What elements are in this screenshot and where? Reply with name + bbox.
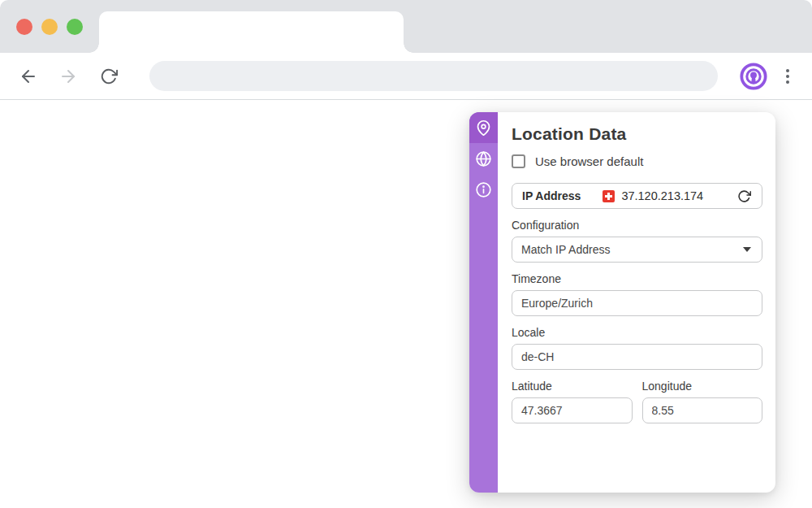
ip-address-box: IP Address 37.120.213.174: [512, 183, 762, 209]
close-window-button[interactable]: [16, 19, 32, 35]
browser-toolbar: [0, 53, 812, 100]
browser-menu-button[interactable]: [778, 67, 797, 86]
configuration-label: Configuration: [512, 219, 762, 232]
locale-label: Locale: [512, 326, 762, 339]
configuration-select[interactable]: Match IP Address: [512, 237, 762, 263]
address-bar-input[interactable]: [149, 61, 718, 91]
minimize-window-button[interactable]: [41, 19, 58, 35]
reload-icon: [100, 67, 118, 85]
use-browser-default-row: Use browser default: [512, 154, 762, 168]
popup-sidebar: [469, 112, 498, 493]
browser-tab[interactable]: [99, 11, 404, 53]
swiss-flag-icon: [603, 190, 615, 202]
reload-button[interactable]: [98, 66, 119, 87]
locale-input[interactable]: [512, 344, 762, 370]
browser-window: Location Data Use browser default IP Add…: [0, 0, 812, 508]
sidebar-item-browser[interactable]: [469, 143, 498, 174]
forward-arrow-icon: [58, 67, 78, 86]
sidebar-item-location[interactable]: [469, 112, 498, 143]
longitude-label: Longitude: [642, 380, 763, 393]
maximize-window-button[interactable]: [67, 19, 83, 35]
popup-title: Location Data: [512, 124, 762, 145]
chevron-down-icon: [743, 247, 751, 252]
use-browser-default-checkbox[interactable]: [512, 154, 525, 168]
traffic-lights: [16, 19, 83, 35]
globe-icon: [475, 150, 492, 167]
popup-body: Location Data Use browser default IP Add…: [498, 112, 775, 493]
ip-address-value: 37.120.213.174: [621, 189, 703, 202]
configuration-selected-value: Match IP Address: [521, 243, 610, 256]
coordinates-row: Latitude Longitude: [512, 370, 762, 423]
refresh-ip-button[interactable]: [736, 188, 752, 204]
info-icon: [475, 181, 492, 198]
longitude-input[interactable]: [642, 397, 763, 423]
extension-button[interactable]: [739, 62, 768, 91]
refresh-icon: [737, 189, 751, 203]
timezone-input[interactable]: [512, 290, 762, 316]
latitude-label: Latitude: [512, 380, 633, 393]
use-browser-default-label: Use browser default: [535, 154, 643, 168]
sidebar-item-info[interactable]: [469, 174, 498, 205]
forward-button[interactable]: [58, 66, 78, 87]
latitude-input[interactable]: [512, 397, 633, 423]
ip-address-label: IP Address: [522, 189, 581, 202]
back-button[interactable]: [18, 66, 38, 87]
tab-strip: [0, 0, 812, 53]
location-data-popup: Location Data Use browser default IP Add…: [469, 112, 775, 493]
page-content: Location Data Use browser default IP Add…: [0, 100, 812, 507]
kebab-menu-icon: [778, 67, 797, 86]
timezone-label: Timezone: [512, 272, 762, 285]
vytal-extension-icon: [739, 62, 768, 91]
location-pin-icon: [475, 119, 492, 137]
back-arrow-icon: [19, 67, 38, 86]
